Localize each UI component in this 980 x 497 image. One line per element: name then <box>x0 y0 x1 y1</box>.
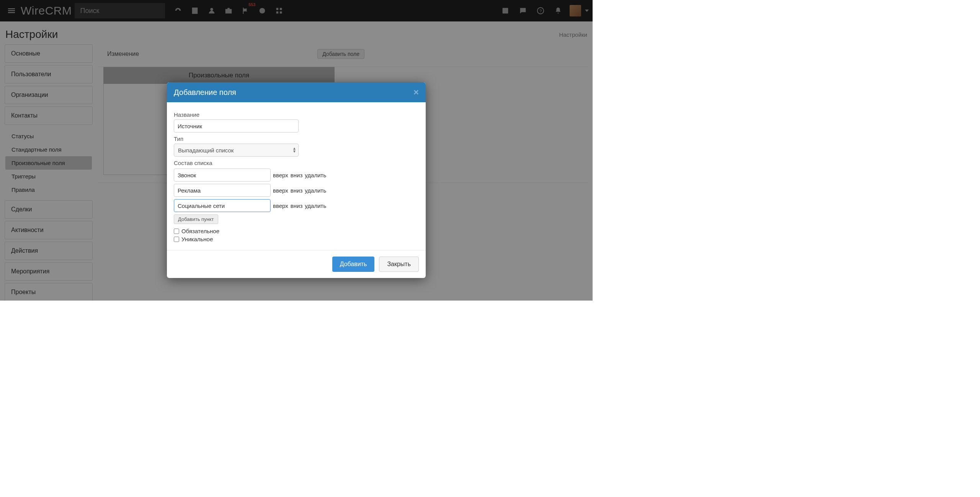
row-delete[interactable]: удалить <box>305 172 326 178</box>
row-up[interactable]: вверх <box>273 172 288 178</box>
list-row: вверх вниз удалить <box>174 199 419 212</box>
row-down[interactable]: вниз <box>291 172 303 178</box>
row-up[interactable]: вверх <box>273 187 288 194</box>
list-item-input[interactable] <box>174 168 271 181</box>
row-up[interactable]: вверх <box>273 203 288 209</box>
list-row: вверх вниз удалить <box>174 168 419 181</box>
type-select-value: Выпадающий список <box>178 147 234 154</box>
unique-label: Уникальное <box>181 236 213 242</box>
type-label: Тип <box>174 136 419 142</box>
list-row: вверх вниз удалить <box>174 184 419 197</box>
name-input[interactable] <box>174 119 299 132</box>
add-field-modal: Добавление поля × Название Тип Выпадающи… <box>167 82 426 278</box>
row-delete[interactable]: удалить <box>305 187 326 194</box>
add-list-item-button[interactable]: Добавить пункт <box>174 214 218 224</box>
modal-header: Добавление поля × <box>167 82 426 102</box>
required-checkbox[interactable] <box>174 229 179 234</box>
select-arrows-icon: ▴▾ <box>293 147 296 153</box>
name-label: Название <box>174 111 419 118</box>
row-delete[interactable]: удалить <box>305 203 326 209</box>
list-item-input[interactable] <box>174 184 271 197</box>
row-down[interactable]: вниз <box>291 187 303 194</box>
list-label: Состав списка <box>174 160 419 166</box>
list-item-input[interactable] <box>174 199 271 212</box>
required-label: Обязательное <box>181 228 219 234</box>
row-down[interactable]: вниз <box>291 203 303 209</box>
modal-title: Добавление поля <box>174 88 236 97</box>
close-icon[interactable]: × <box>413 88 419 97</box>
cancel-button[interactable]: Закрыть <box>379 257 419 272</box>
submit-button[interactable]: Добавить <box>332 257 375 272</box>
type-select[interactable]: Выпадающий список <box>174 144 299 157</box>
unique-checkbox[interactable] <box>174 237 179 242</box>
